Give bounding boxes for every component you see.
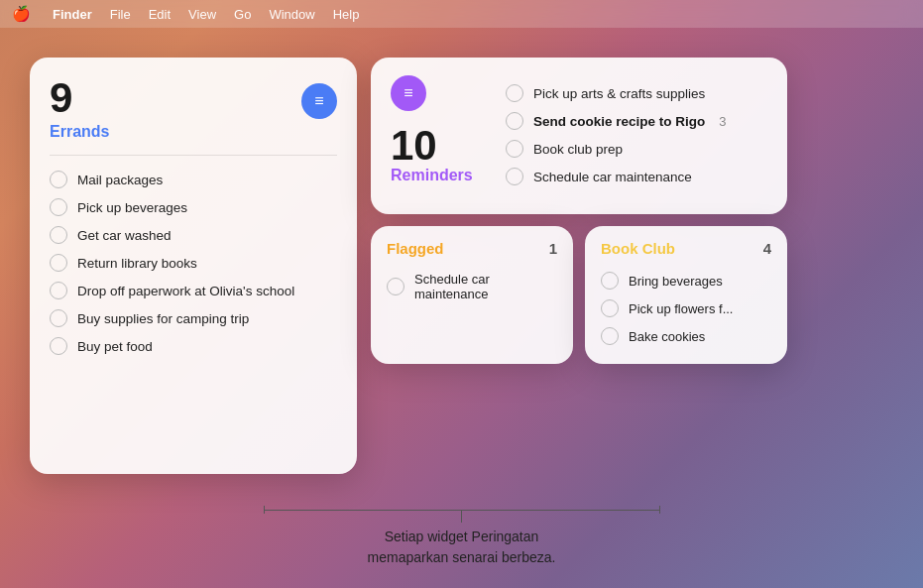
errands-title: Errands — [50, 123, 337, 141]
widgets-area: 9 ≡ Errands Mail packages Pick up bevera… — [30, 58, 787, 474]
bookclub-widget: Book Club 4 Bring beverages Pick up flow… — [585, 226, 787, 364]
menubar-go[interactable]: Go — [234, 7, 251, 22]
annotation-line — [264, 510, 660, 511]
task-item: Book club prep — [506, 135, 767, 163]
task-checkbox[interactable] — [50, 309, 67, 327]
reminders-widget: ≡ 10 Reminders Pick up arts & crafts sup… — [371, 58, 787, 214]
task-checkbox[interactable] — [50, 198, 67, 216]
task-item: Return library books — [50, 249, 337, 277]
task-label: Get car washed — [77, 228, 172, 243]
task-checkbox[interactable] — [50, 254, 67, 272]
reminders-header: ≡ — [391, 75, 490, 111]
task-label: Buy pet food — [77, 339, 153, 354]
annotation-text: Setiap widget Peringatan memaparkan sena… — [368, 527, 556, 568]
bookclub-title: Book Club — [601, 240, 675, 257]
task-label: Pick up beverages — [77, 200, 187, 215]
menubar-view[interactable]: View — [188, 7, 216, 22]
task-label: Send cookie recipe to Rigo — [533, 114, 705, 129]
task-label: Schedule car maintenance — [533, 170, 692, 184]
menubar-help[interactable]: Help — [333, 7, 360, 22]
flagged-widget: Flagged 1 Schedule car maintenance — [371, 226, 573, 364]
reminders-left: ≡ 10 Reminders — [391, 75, 490, 198]
task-checkbox[interactable] — [601, 299, 619, 317]
task-item: Mail packages — [50, 166, 337, 193]
reminders-icon[interactable]: ≡ — [391, 75, 426, 111]
errands-header: 9 ≡ — [50, 77, 337, 119]
task-label: Bring beverages — [629, 274, 723, 289]
menubar-window[interactable]: Window — [269, 7, 314, 22]
reminders-top: ≡ 10 Reminders Pick up arts & crafts sup… — [391, 75, 767, 198]
task-checkbox[interactable] — [601, 327, 619, 345]
task-checkbox[interactable] — [601, 272, 619, 290]
annotation-line2: memaparkan senarai berbeza. — [368, 549, 556, 565]
task-label: Pick up arts & crafts supplies — [533, 86, 705, 101]
menubar: 🍎 Finder File Edit View Go Window Help — [0, 0, 923, 28]
task-checkbox[interactable] — [50, 171, 67, 188]
task-item: Schedule car maintenance — [387, 267, 557, 306]
reminders-title: Reminders — [391, 167, 490, 184]
right-column: ≡ 10 Reminders Pick up arts & crafts sup… — [371, 58, 787, 474]
task-item: Drop off paperwork at Olivia's school — [50, 277, 337, 304]
task-checkbox[interactable] — [50, 282, 67, 299]
task-item: Send cookie recipe to Rigo 3 — [506, 107, 767, 135]
bookclub-header: Book Club 4 — [601, 240, 771, 257]
errands-widget: 9 ≡ Errands Mail packages Pick up bevera… — [30, 58, 357, 474]
task-item: Buy pet food — [50, 332, 337, 360]
errands-list-icon[interactable]: ≡ — [301, 83, 337, 119]
task-label: Buy supplies for camping trip — [77, 311, 249, 326]
task-item: Bake cookies — [601, 322, 771, 350]
task-item: Pick up arts & crafts supplies — [506, 79, 767, 107]
task-item: Pick up flowers f... — [601, 294, 771, 322]
apple-menu-icon[interactable]: 🍎 — [12, 5, 31, 23]
task-item: Pick up beverages — [50, 193, 337, 221]
desktop: 9 ≡ Errands Mail packages Pick up bevera… — [0, 28, 923, 588]
task-checkbox[interactable] — [506, 84, 523, 102]
menubar-finder[interactable]: Finder — [53, 7, 92, 22]
errands-count: 9 — [50, 77, 72, 119]
annotation-connector — [461, 511, 462, 523]
task-checkbox[interactable] — [50, 226, 67, 244]
task-item: Get car washed — [50, 221, 337, 249]
task-label: Mail packages — [77, 173, 163, 187]
task-checkbox[interactable] — [506, 168, 523, 185]
task-item: Bring beverages — [601, 267, 771, 294]
task-label: Schedule car maintenance — [414, 272, 557, 301]
bookclub-count: 4 — [763, 240, 771, 257]
flagged-title: Flagged — [387, 240, 444, 257]
task-checkbox[interactable] — [387, 278, 404, 295]
task-label: Drop off paperwork at Olivia's school — [77, 284, 294, 298]
reminders-count: 10 — [391, 122, 437, 169]
flagged-count: 1 — [549, 240, 557, 257]
task-label: Return library books — [77, 256, 197, 271]
list-icon: ≡ — [314, 93, 323, 109]
task-badge: 3 — [719, 114, 726, 129]
reminders-list-icon: ≡ — [404, 84, 412, 102]
task-label: Pick up flowers f... — [629, 301, 733, 316]
task-checkbox[interactable] — [50, 337, 67, 355]
task-item: Schedule car maintenance — [506, 163, 767, 190]
menubar-edit[interactable]: Edit — [149, 7, 171, 22]
bottom-widgets: Flagged 1 Schedule car maintenance Book … — [371, 226, 787, 364]
flagged-header: Flagged 1 — [387, 240, 557, 257]
annotation-line1: Setiap widget Peringatan — [385, 529, 539, 544]
annotation-area: Setiap widget Peringatan memaparkan sena… — [214, 510, 710, 568]
errands-divider — [50, 155, 337, 156]
menubar-file[interactable]: File — [110, 7, 131, 22]
task-label: Book club prep — [533, 142, 623, 157]
reminders-right: Pick up arts & crafts supplies Send cook… — [506, 75, 767, 198]
task-label: Bake cookies — [629, 329, 705, 344]
task-checkbox[interactable] — [506, 140, 523, 158]
task-item: Buy supplies for camping trip — [50, 304, 337, 332]
task-checkbox[interactable] — [506, 112, 523, 130]
